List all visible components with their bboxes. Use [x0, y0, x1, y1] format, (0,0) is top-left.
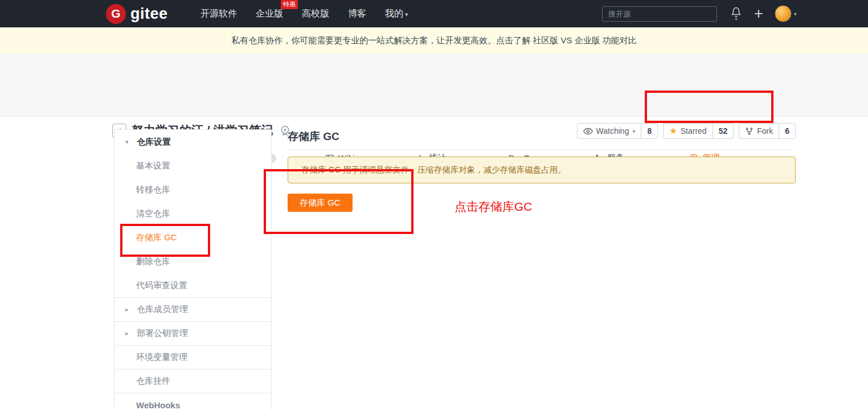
primary-nav: 开源软件 企业版特惠 高校版 博客 我的▾: [200, 0, 408, 27]
caret-down-icon: ▾: [125, 138, 131, 146]
settings-sidebar: ▾ 仓库设置 基本设置 转移仓库 清空仓库 存储库 GC 删除仓库 代码审查设置…: [114, 129, 272, 410]
repo-gc-button[interactable]: 存储库 GC: [288, 194, 353, 212]
nav-link-blog[interactable]: 博客: [348, 8, 366, 20]
sidebar-group-label: 部署公钥管理: [137, 328, 188, 339]
promo-banner: 私有仓库协作，你可能需要更专业的一站式解决方案，让开发更高效。点击了解 社区版 …: [0, 27, 868, 54]
sidebar-group-label: 仓库成员管理: [137, 304, 188, 315]
sidebar-group-label: 仓库设置: [137, 137, 171, 147]
gitee-logo-icon: G: [106, 4, 126, 24]
section-heading: 存储库 GC: [288, 129, 796, 150]
info-box-text: 存储库 GC 用于清理悬空文件，压缩存储库对象，减少存储库磁盘占用。: [301, 165, 566, 175]
sidebar-item-transfer-repo[interactable]: 转移仓库: [114, 178, 271, 202]
info-box: 存储库 GC 用于清理悬空文件，压缩存储库对象，减少存储库磁盘占用。: [288, 157, 796, 183]
sidebar-group-repo-settings[interactable]: ▾ 仓库设置: [114, 130, 271, 154]
chevron-down-icon: ▾: [794, 11, 797, 17]
user-menu[interactable]: ▾: [775, 5, 797, 22]
sidebar-group-members[interactable]: ▸ 仓库成员管理: [114, 297, 271, 321]
promo-badge: 特惠: [281, 0, 298, 9]
sidebar-item-basic-settings[interactable]: 基本设置: [114, 154, 271, 178]
sidebar-item-env-vars[interactable]: 环境变量管理: [114, 345, 271, 369]
page: G gitee 开源软件 企业版特惠 高校版 博客 我的▾ ▾ + ▾: [0, 0, 868, 410]
nav-link-mine[interactable]: 我的▾: [385, 8, 408, 20]
nav-link-education[interactable]: 高校版: [302, 8, 329, 20]
repo-header: </> 努力学习的汪 / 洪学习笔记 Watching ▾ 8 ★ Starre…: [0, 54, 868, 117]
gitee-logo[interactable]: G gitee: [106, 0, 168, 27]
main-content: 存储库 GC 存储库 GC 用于清理悬空文件，压缩存储库对象，减少存储库磁盘占用…: [288, 129, 796, 212]
navbar-right: ▾ + ▾: [602, 0, 797, 27]
nav-link-enterprise[interactable]: 企业版特惠: [256, 8, 283, 20]
search-input[interactable]: [602, 6, 717, 22]
nav-link-enterprise-label: 企业版: [256, 9, 283, 18]
sidebar-item-delete-repo[interactable]: 删除仓库: [114, 249, 271, 273]
create-new-button[interactable]: +: [754, 6, 763, 22]
sidebar-item-clear-repo[interactable]: 清空仓库: [114, 202, 271, 226]
caret-right-icon: ▸: [125, 306, 131, 313]
sidebar-item-webhooks[interactable]: WebHooks: [114, 393, 271, 410]
sidebar-group-deploy-keys[interactable]: ▸ 部署公钥管理: [114, 321, 271, 345]
notifications-button[interactable]: ▾: [731, 7, 742, 20]
caret-right-icon: ▸: [125, 330, 131, 337]
nav-link-opensource[interactable]: 开源软件: [200, 8, 237, 20]
chevron-down-icon: ▾: [735, 18, 737, 20]
sidebar-item-repo-widgets[interactable]: 仓库挂件: [114, 369, 271, 393]
avatar: [775, 5, 792, 22]
top-navbar: G gitee 开源软件 企业版特惠 高校版 博客 我的▾ ▾ + ▾: [0, 0, 868, 27]
sidebar-item-code-review-settings[interactable]: 代码审查设置: [114, 273, 271, 297]
gitee-logo-text: gitee: [130, 5, 168, 23]
chevron-down-icon: ▾: [405, 11, 408, 18]
nav-link-mine-label: 我的: [385, 9, 403, 18]
sidebar-item-repo-gc[interactable]: 存储库 GC: [114, 226, 271, 249]
promo-banner-text[interactable]: 私有仓库协作，你可能需要更专业的一站式解决方案，让开发更高效。点击了解 社区版 …: [231, 35, 637, 46]
